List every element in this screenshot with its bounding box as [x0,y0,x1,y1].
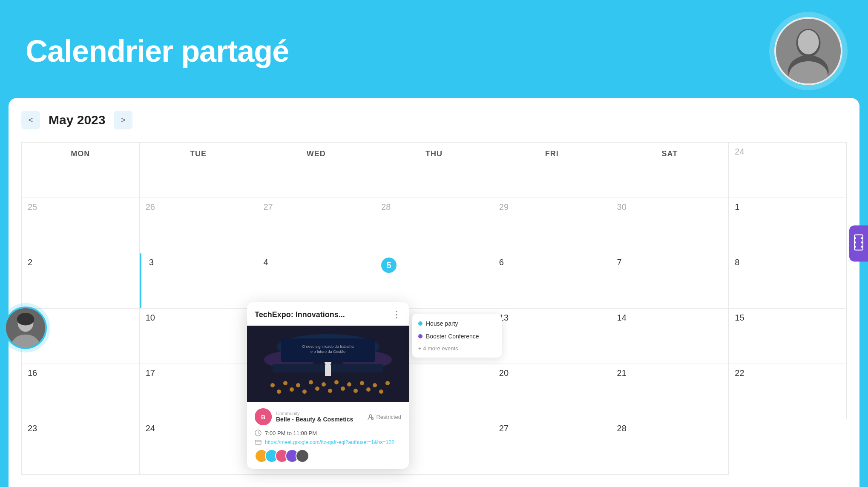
day-cell-26-apr[interactable]: 26 [140,198,258,253]
day-cell-7-may[interactable]: 7 [611,253,729,309]
day-cell-6-may[interactable]: 6 [493,253,611,309]
event-list-more[interactable]: + 4 more events [412,343,502,354]
event-list-item-1[interactable]: House party [412,317,502,330]
day-cell-24-apr[interactable]: 24 [729,143,847,198]
event-popup-more-button[interactable]: ⋮ [392,309,401,320]
svg-point-26 [277,390,281,394]
day-number: 7 [617,258,622,267]
day-cell-15-may[interactable]: 15 [729,309,847,364]
community-avatar: B [255,408,272,425]
attendee-avatar-stack [255,449,401,463]
day-cell-30-apr[interactable]: 30 [611,198,729,253]
svg-point-31 [341,387,345,391]
svg-point-22 [347,382,351,387]
day-cell-16-may[interactable]: 16 [22,364,140,419]
day-header-fri: FRI [493,143,611,198]
event-link[interactable]: https://meet.google.com/ftz-qafr-eqi?aut… [265,439,394,445]
event-label-1: House party [426,320,458,327]
day-cell-24-may[interactable]: 24 [140,419,258,475]
day-number: 14 [617,313,627,322]
event-popup-image: 05 MAY [247,326,409,402]
svg-point-32 [354,389,358,393]
day-cell-1-may[interactable]: 1 [729,198,847,253]
day-cell-5-may[interactable]: 5 [375,253,493,309]
svg-point-16 [270,383,275,387]
day-cell-2-may[interactable]: 2 [22,253,140,309]
svg-point-28 [302,390,307,394]
event-list-popup: House party Booster Conference + 4 more … [412,314,502,358]
svg-line-45 [258,433,259,434]
day-cell-13-may[interactable]: 13 [493,309,611,364]
next-month-button[interactable]: > [114,111,132,129]
event-list-item-2[interactable]: Booster Conference [412,330,502,343]
day-cell-28-apr[interactable]: 28 [375,198,493,253]
calendar-container: < May 2023 > MON TUE WED THU FRI SAT 24 … [9,98,859,487]
svg-point-29 [315,387,319,391]
day-cell-3-may[interactable]: 3 [140,253,258,309]
user-avatar-header[interactable] [774,17,842,85]
event-dot-2 [418,334,423,338]
svg-point-23 [360,381,364,385]
day-number: 28 [381,202,391,212]
event-time-row: 7:00 PM to 11:00 PM [255,430,401,436]
event-popup-header: TechExpo: Innovations... ⋮ [247,302,409,326]
community-row: B Community Belle - Beauty & Cosmetics [255,408,401,425]
day-number: 2 [28,258,32,267]
day-cell-21-may[interactable]: 21 [611,364,729,419]
right-floating-badge[interactable] [849,226,868,262]
day-cell-28-may[interactable]: 28 [611,419,729,475]
attendee-avatar-5 [296,449,309,463]
day-cell-4-may[interactable]: 4 [257,253,375,309]
svg-rect-53 [861,242,863,244]
day-cell-27-may[interactable]: 27 [493,419,611,475]
svg-point-3 [798,30,819,54]
community-info: Community Belle - Beauty & Cosmetics [276,411,353,423]
day-cell-29-apr[interactable]: 29 [493,198,611,253]
day-cell-27-apr[interactable]: 27 [257,198,375,253]
day-cell-14-may[interactable]: 14 [611,309,729,364]
day-number: 25 [28,202,37,212]
event-popup-card: TechExpo: Innovations... ⋮ 05 MAY [247,302,409,469]
svg-text:e o futuro da Gestão: e o futuro da Gestão [310,349,345,354]
event-time: 7:00 PM to 11:00 PM [265,430,317,436]
day-cell-8-may[interactable]: 8 [729,253,847,309]
event-link-row: https://meet.google.com/ftz-qafr-eqi?aut… [255,439,401,446]
svg-point-18 [296,383,300,387]
day-number: 27 [263,202,273,212]
day-cell-10-may[interactable]: 10 [140,309,258,364]
wed-highlight [140,253,141,308]
day-cell-17-may[interactable]: 17 [140,364,258,419]
day-cell-23-may[interactable]: 23 [22,419,140,475]
day-number: 30 [617,202,627,212]
day-cell-22-may[interactable]: 22 [729,364,847,419]
day-cell-25-apr[interactable]: 25 [22,198,140,253]
day-number: 23 [28,424,37,433]
day-header-wed: WED [257,143,375,198]
svg-rect-51 [854,246,856,248]
day-number: 24 [146,424,155,433]
restricted-icon [367,413,374,420]
day-number: 27 [499,424,509,433]
day-number: 21 [617,368,627,378]
day-number: 6 [499,258,504,267]
left-user-avatar[interactable] [4,307,47,349]
svg-point-30 [328,389,332,393]
day-number: 1 [735,202,739,212]
clock-icon [255,430,262,436]
day-number: 16 [28,368,37,378]
svg-point-17 [283,381,287,385]
event-popup-title: TechExpo: Innovations... [255,310,345,319]
svg-point-33 [366,387,371,392]
svg-point-19 [309,380,313,384]
day-cell-20-may[interactable]: 20 [493,364,611,419]
page-header: Calendrier partagé [0,0,868,98]
svg-text:B: B [261,414,265,421]
day-number: 28 [617,424,627,433]
film-strip-icon [854,234,864,251]
prev-month-button[interactable]: < [21,111,40,129]
svg-text:O novo significado do trabalho: O novo significado do trabalho [302,344,354,349]
community-left: B Community Belle - Beauty & Cosmetics [255,408,353,425]
day-number: 3 [149,258,154,267]
month-label: May 2023 [49,113,105,127]
day-number: 17 [146,368,155,378]
